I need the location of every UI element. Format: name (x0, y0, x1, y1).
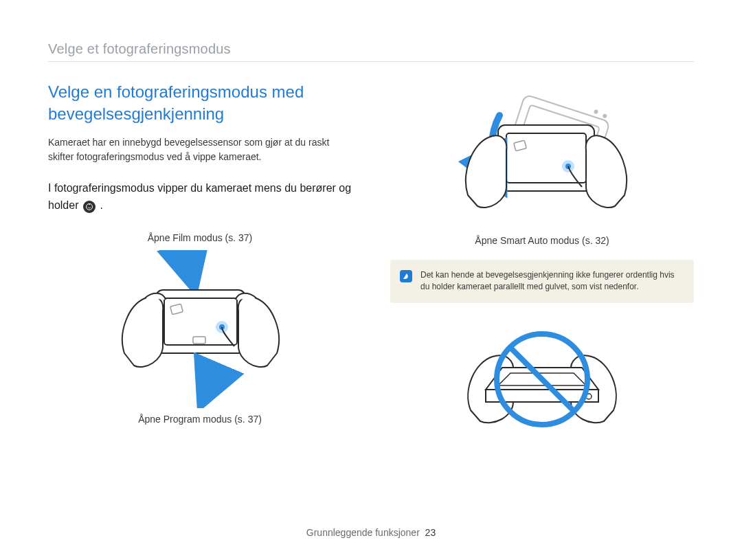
svg-point-10 (602, 113, 607, 119)
rotate-illustration (390, 85, 694, 229)
svg-point-1 (89, 204, 90, 205)
program-mode-caption: Åpne Program modus (s. 37) (48, 414, 352, 425)
two-column-layout: Velge en fotograferingsmodus med bevegel… (48, 81, 694, 438)
mode-dial-icon (83, 201, 95, 213)
instruction-paragraph: I fotograferingsmodus vipper du kameraet… (48, 179, 352, 214)
instruction-text-suffix: . (100, 199, 102, 211)
page-footer: Grunnleggende funksjoner 23 (0, 527, 742, 538)
footer-section-label: Grunnleggende funksjoner (306, 527, 420, 538)
note-text: Det kan hende at bevegelsesgjenkjenning … (420, 269, 682, 293)
prohibited-illustration (390, 314, 694, 438)
right-column: Åpne Smart Auto modus (s. 32) Det kan he… (390, 81, 694, 438)
svg-point-11 (594, 109, 599, 115)
breadcrumb: Velge et fotograferingsmodus (48, 41, 694, 62)
tilt-illustration (48, 250, 352, 408)
section-title: Velge en fotograferingsmodus med bevegel… (48, 81, 352, 126)
left-column: Velge en fotograferingsmodus med bevegel… (48, 81, 352, 438)
film-mode-caption: Åpne Film modus (s. 37) (48, 232, 352, 243)
note-icon (400, 270, 412, 282)
intro-paragraph: Kameraet har en innebygd bevegelsessenso… (48, 135, 352, 164)
note-callout: Det kan hende at bevegelsesgjenkjenning … (390, 260, 694, 303)
manual-page: Velge et fotograferingsmodus Velge en fo… (0, 0, 742, 560)
page-number: 23 (425, 527, 436, 538)
smart-auto-caption: Åpne Smart Auto modus (s. 32) (390, 235, 694, 246)
